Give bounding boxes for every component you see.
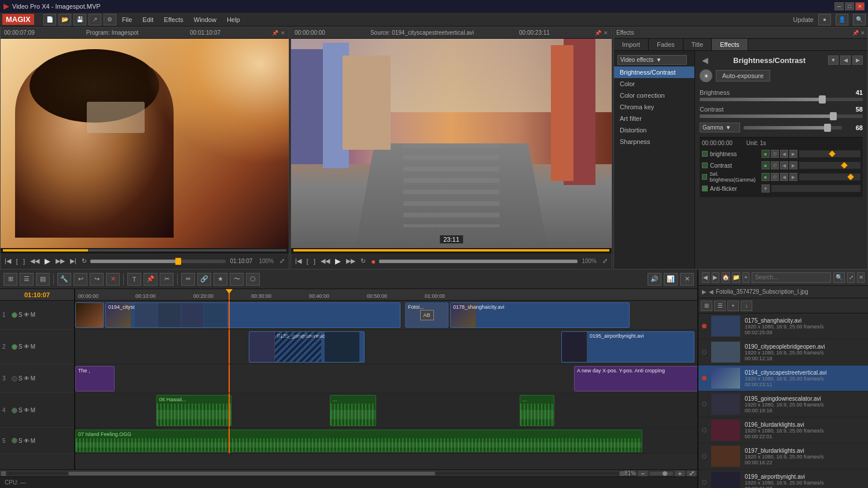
preview-right-progress[interactable] bbox=[293, 249, 609, 252]
effects-dropdown-btn[interactable]: ▼ bbox=[828, 56, 838, 65]
scroll-left-btn[interactable] bbox=[1, 471, 6, 476]
effect-color[interactable]: Color bbox=[614, 78, 694, 90]
tl-text-btn[interactable]: T bbox=[127, 273, 141, 286]
menu-window[interactable]: Window bbox=[189, 15, 221, 24]
step-fwd-btn[interactable]: ] bbox=[21, 258, 27, 265]
kf-nav-prev-c[interactable]: ◀ bbox=[780, 161, 788, 169]
left-progress-bar[interactable] bbox=[90, 260, 226, 263]
media-tb-3[interactable]: + bbox=[727, 301, 739, 311]
effects-next-btn[interactable]: ▶ bbox=[852, 56, 863, 65]
tl-wave-btn[interactable]: 〜 bbox=[230, 273, 244, 286]
track-3-mute[interactable]: M bbox=[31, 375, 35, 382]
media-home-btn[interactable]: 🏠 bbox=[722, 272, 730, 283]
tl-razor-btn[interactable]: ✂ bbox=[160, 273, 174, 286]
r-prev-frame-btn[interactable]: ◀◀ bbox=[319, 257, 332, 265]
zoom-in-btn[interactable]: + bbox=[675, 471, 685, 476]
zoom-out-btn[interactable]: − bbox=[638, 471, 648, 476]
fit-btn[interactable]: ⤢ bbox=[687, 471, 696, 476]
track-2-clip-2[interactable]: 0195_airportbynight.avi bbox=[561, 331, 694, 363]
kf-nav-next-c[interactable]: ▶ bbox=[789, 161, 797, 169]
media-item-0175[interactable]: 0175_shanghaicity.avi 1920 x 1080, 16:9,… bbox=[698, 313, 868, 339]
tl-effects-btn[interactable]: ★ bbox=[214, 273, 227, 286]
update-icon[interactable]: ● bbox=[818, 14, 831, 25]
effects-prev-btn[interactable]: ◀ bbox=[840, 56, 851, 65]
media-search-input[interactable] bbox=[752, 272, 831, 283]
gamma-dropdown[interactable]: Gamma ▼ bbox=[700, 123, 740, 132]
r-step-back-btn[interactable]: [ bbox=[305, 258, 310, 265]
brightness-slider[interactable] bbox=[700, 98, 863, 101]
gamma-slider[interactable] bbox=[744, 126, 842, 130]
open-button[interactable]: 📂 bbox=[58, 14, 71, 25]
zoom-slider[interactable] bbox=[650, 472, 673, 475]
menu-file[interactable]: File bbox=[117, 15, 137, 24]
kf-check-brightness[interactable] bbox=[702, 151, 708, 157]
effects-panel-close[interactable]: ✕ bbox=[860, 30, 865, 36]
kf-nav-prev-b[interactable]: ◀ bbox=[780, 150, 788, 158]
preview-left-pin[interactable]: 📌 bbox=[272, 30, 278, 36]
track-4-vis[interactable] bbox=[12, 408, 17, 413]
effect-distortion[interactable]: Distortion bbox=[614, 124, 694, 136]
preview-left-close[interactable]: ✕ bbox=[281, 30, 285, 36]
track-4-lock[interactable]: S bbox=[19, 407, 23, 413]
kf-nav-next-g[interactable]: ▶ bbox=[789, 173, 797, 181]
tl-delete-btn[interactable]: ✕ bbox=[106, 273, 120, 286]
track-1-clip-2[interactable]: 0194_cityscapestreetvertical.avi bbox=[105, 302, 400, 328]
text-clip-1[interactable]: The , bbox=[75, 366, 115, 391]
timeline-scrollbar[interactable]: 81% − + ⤢ bbox=[0, 469, 697, 476]
tl-snap-btn[interactable]: 🔧 bbox=[57, 273, 71, 286]
media-folder-btn[interactable]: 📁 bbox=[732, 272, 740, 283]
track-5-vis[interactable] bbox=[12, 438, 17, 443]
tab-effects[interactable]: Effects bbox=[712, 39, 748, 50]
settings-button[interactable]: ⚙ bbox=[104, 14, 116, 25]
export-button[interactable]: ↗ bbox=[89, 14, 101, 25]
effects-nav-left[interactable]: ◀ bbox=[700, 56, 711, 65]
track-1-solo[interactable]: 👁 bbox=[24, 312, 30, 318]
video-effects-dropdown[interactable]: Video effects ▼ bbox=[617, 55, 687, 65]
community-icon[interactable]: 👤 bbox=[836, 14, 848, 25]
kf-nav-prev-g[interactable]: ◀ bbox=[780, 173, 788, 181]
track-2-solo[interactable]: 👁 bbox=[24, 343, 30, 350]
kf-check-gamma[interactable] bbox=[702, 174, 707, 180]
kf-color-btn-g[interactable]: ■ bbox=[762, 173, 770, 181]
track-2-lock[interactable]: S bbox=[19, 343, 23, 350]
contrast-slider[interactable] bbox=[700, 114, 863, 118]
kf-anim-btn-g[interactable]: ⏱ bbox=[771, 173, 779, 181]
menu-help[interactable]: Help bbox=[222, 15, 245, 24]
kf-nav-next-b[interactable]: ▶ bbox=[789, 150, 797, 158]
tl-marker-btn[interactable]: 📌 bbox=[144, 273, 157, 286]
right-progress-bar[interactable] bbox=[379, 260, 578, 263]
kf-color-btn-c[interactable]: ■ bbox=[762, 161, 770, 169]
audio-clip-1[interactable]: 06 Hawaii... bbox=[156, 395, 231, 426]
track-4-mute[interactable]: M bbox=[31, 407, 35, 413]
r-go-to-start-btn[interactable]: |◀ bbox=[293, 257, 303, 265]
loop-btn[interactable]: ↻ bbox=[80, 257, 89, 265]
kf-dropdown-af[interactable]: ▼ bbox=[762, 184, 770, 193]
auto-exposure-button[interactable]: Auto-exposure bbox=[716, 70, 770, 82]
new-button[interactable]: 📄 bbox=[43, 14, 56, 25]
scroll-thumb[interactable] bbox=[68, 472, 435, 475]
menu-effects[interactable]: Effects bbox=[159, 15, 187, 24]
maximize-button[interactable]: □ bbox=[845, 2, 854, 10]
audio-clip-3[interactable]: ... bbox=[520, 395, 554, 426]
tab-title[interactable]: Title bbox=[683, 39, 712, 50]
media-expand-btn[interactable]: ⤢ bbox=[847, 272, 855, 283]
track-1-clip-ab[interactable]: AB Fotoi... bbox=[405, 302, 448, 328]
media-close-btn[interactable]: ✕ bbox=[857, 272, 865, 283]
preview-right-pin[interactable]: 📌 bbox=[595, 30, 601, 36]
r-step-fwd-btn[interactable]: ] bbox=[312, 258, 317, 265]
go-to-start-btn[interactable]: |◀ bbox=[3, 257, 13, 265]
media-back-btn[interactable]: ◀ bbox=[702, 272, 709, 283]
effect-sharpness[interactable]: Sharpness bbox=[614, 136, 694, 147]
prev-frame-btn[interactable]: ◀◀ bbox=[28, 257, 41, 265]
effect-art-filter[interactable]: Art filter bbox=[614, 113, 694, 124]
media-tb-4[interactable]: ↓ bbox=[741, 301, 752, 311]
minimize-button[interactable]: ─ bbox=[834, 2, 844, 10]
track-1-lock[interactable]: S bbox=[19, 312, 23, 318]
kf-check-contrast[interactable] bbox=[702, 162, 708, 168]
tl-vol-btn[interactable]: 🔊 bbox=[648, 273, 661, 286]
tl-redo-btn[interactable]: ↪ bbox=[90, 273, 104, 286]
track-1-mute[interactable]: M bbox=[31, 312, 35, 318]
step-back-btn[interactable]: [ bbox=[14, 258, 20, 265]
r-record-btn[interactable]: ● bbox=[369, 257, 377, 266]
media-item-0196[interactable]: 0196_blurdarklights.avi 1920 x 1080, 16:… bbox=[698, 417, 868, 443]
